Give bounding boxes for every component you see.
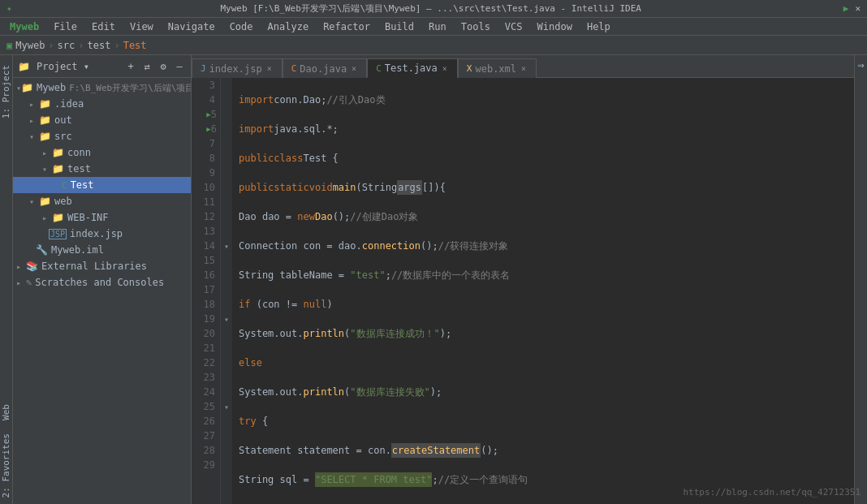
title-text: Myweb [F:\B_Web开发学习\后端\项目\Myweb] – ...\s… (19, 2, 843, 15)
panel-add-icon[interactable]: + (124, 60, 137, 73)
tab-icon-test: C (376, 63, 382, 74)
code-line-7: Dao dao = new Dao();//创建Dao对象 (239, 209, 848, 224)
fold-while[interactable]: ▾ (221, 312, 232, 326)
breadcrumb: ▣ Myweb › src › test › Test (0, 36, 867, 55)
right-action-bar: ⇒ (854, 55, 867, 504)
tab-icon-xml: X (467, 63, 472, 74)
code-line-15: Statement statement = con.createStatemen… (239, 443, 848, 458)
code-line-10: if (con != null) (239, 297, 848, 312)
panel-close-icon[interactable]: — (173, 60, 186, 73)
tree-web[interactable]: ▾ 📁 web (13, 193, 191, 209)
tree-index-jsp[interactable]: JSP index.jsp (13, 226, 191, 242)
tree-out[interactable]: ▸ 📁 out (13, 112, 191, 128)
tree-test-java[interactable]: C Test (13, 177, 191, 193)
editor-area: J index.jsp × C Dao.java × C Test.java ×… (192, 55, 854, 504)
menu-tools[interactable]: Tools (455, 19, 497, 34)
menu-myweb[interactable]: Myweb (3, 19, 45, 34)
left-sidebar-strip: 1: Project Web 2: Favorites (0, 55, 13, 504)
tree-src[interactable]: ▾ 📁 src (13, 128, 191, 144)
tab-index-jsp[interactable]: J index.jsp × (192, 58, 283, 78)
panel-sync-icon[interactable]: ⇄ (140, 60, 153, 73)
menu-vcs[interactable]: VCS (498, 19, 529, 34)
fold-try[interactable]: ▾ (221, 239, 232, 253)
code-line-4: import java.sql.*; (239, 122, 848, 136)
menu-code[interactable]: Code (223, 19, 260, 34)
breadcrumb-myweb[interactable]: Myweb (15, 40, 45, 51)
code-line-3: import conn.Dao;//引入Dao类 (239, 93, 848, 107)
panel-gear-icon[interactable]: ⚙ (157, 60, 170, 73)
line-numbers: 3 4 ▶5 ▶6 7 8 9 10 11 12 13 14 15 16 17 (192, 78, 221, 504)
tree-root[interactable]: ▾ 📁 Myweb F:\B_Web开发学习\后端\项目\Myweb (13, 80, 191, 96)
project-tree: ▾ 📁 Myweb F:\B_Web开发学习\后端\项目\Myweb ▸ 📁 .… (13, 78, 191, 504)
tab-web-xml[interactable]: X web.xml × (458, 58, 537, 78)
tree-idea[interactable]: ▸ 📁 .idea (13, 96, 191, 112)
favorites-tab-vertical[interactable]: 2: Favorites (0, 427, 13, 504)
code-line-14: try { (239, 414, 848, 429)
code-line-5: public class Test { (239, 151, 848, 166)
tab-close-xml[interactable]: × (520, 63, 528, 74)
code-line-12: else (239, 355, 848, 370)
tab-icon-jsp: J (201, 63, 206, 74)
breadcrumb-test[interactable]: test (88, 40, 111, 51)
breadcrumb-test-java[interactable]: Test (123, 40, 147, 51)
menu-build[interactable]: Build (378, 19, 421, 34)
right-icon-1[interactable]: ⇒ (854, 55, 867, 75)
menu-file[interactable]: File (47, 19, 84, 34)
code-line-8: Connection con = dao.connection();//获得连接… (239, 239, 848, 253)
code-line-6: public static void main(String args[]){ (239, 180, 848, 195)
tab-close-test[interactable]: × (441, 63, 449, 74)
code-line-16: String sql = "SELECT * FROM test";//定义一个… (239, 472, 848, 487)
tree-myweb-iml[interactable]: 🔧 Myweb.iml (13, 242, 191, 258)
project-folder-icon: 📁 (18, 61, 30, 72)
project-title: Project ▾ (37, 61, 121, 72)
code-content[interactable]: import conn.Dao;//引入Dao类 import java.sql… (232, 78, 854, 504)
menu-analyze[interactable]: Analyze (261, 19, 316, 34)
code-line-11: System.out.println("数据库连接成功！"); (239, 326, 848, 341)
menu-refactor[interactable]: Refactor (317, 19, 377, 34)
run-icon[interactable]: ▶ (843, 3, 849, 14)
close-icon[interactable]: ✕ (855, 3, 861, 14)
app-logo: ✦ (6, 3, 12, 14)
tree-test-folder[interactable]: ▾ 📁 test (13, 161, 191, 177)
menu-run[interactable]: Run (422, 19, 453, 34)
project-tab-vertical[interactable]: 1: Project (0, 58, 13, 125)
tree-webinf[interactable]: ▸ 📁 WEB-INF (13, 209, 191, 226)
tab-test-java[interactable]: C Test.java × (367, 58, 458, 78)
menu-view[interactable]: View (123, 19, 160, 34)
menu-bar: Myweb File Edit View Navigate Code Analy… (0, 18, 867, 36)
breadcrumb-src[interactable]: src (58, 40, 75, 51)
code-editor: 3 4 ▶5 ▶6 7 8 9 10 11 12 13 14 15 16 17 (192, 78, 854, 504)
tab-icon-dao: C (291, 63, 297, 74)
code-line-13: System.out.println("数据库连接失败"); (239, 385, 848, 399)
tab-close-dao[interactable]: × (350, 63, 358, 74)
tree-conn[interactable]: ▸ 📁 conn (13, 144, 191, 161)
title-bar: ✦ Myweb [F:\B_Web开发学习\后端\项目\Myweb] – ...… (0, 0, 867, 18)
gutter: ▾ ▾ ▾ (221, 78, 232, 504)
tab-close-index[interactable]: × (265, 63, 274, 74)
tree-external-libraries[interactable]: ▸ 📚 External Libraries (13, 258, 191, 274)
main-area: 1: Project Web 2: Favorites 📁 Project ▾ … (0, 55, 867, 504)
menu-navigate[interactable]: Navigate (162, 19, 222, 34)
code-line-9: String tableName = "test";//数据库中的一个表的表名 (239, 268, 848, 282)
tree-scratches[interactable]: ▸ ✎ Scratches and Consoles (13, 274, 191, 291)
fold-catch[interactable]: ▾ (221, 399, 232, 414)
menu-window[interactable]: Window (531, 19, 579, 34)
project-header: 📁 Project ▾ + ⇄ ⚙ — (13, 55, 191, 78)
tab-dao-java[interactable]: C Dao.java × (283, 58, 367, 78)
web-tab-vertical[interactable]: Web (0, 398, 13, 427)
tab-bar: J index.jsp × C Dao.java × C Test.java ×… (192, 55, 854, 78)
project-panel: 📁 Project ▾ + ⇄ ⚙ — ▾ 📁 Myweb F:\B_Web开发… (13, 55, 192, 504)
menu-help[interactable]: Help (580, 19, 617, 34)
watermark: https://blog.csdn.net/qq_42712351 (683, 487, 861, 498)
menu-edit[interactable]: Edit (85, 19, 122, 34)
